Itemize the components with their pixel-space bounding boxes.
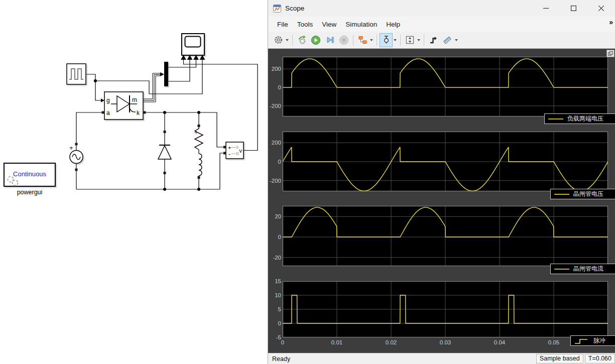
legend-subplot-3[interactable]: 晶闸管电流 <box>550 264 615 274</box>
port-label-gate: g <box>106 97 110 104</box>
menu-help[interactable]: Help <box>382 18 405 31</box>
measurements-dropdown-caret[interactable] <box>455 39 458 41</box>
scope-axes-3 <box>283 206 608 266</box>
highlight-dropdown-caret[interactable] <box>370 39 373 41</box>
y-tick-label: -200 <box>268 102 281 109</box>
demux-block[interactable] <box>164 62 168 86</box>
measurements-ruler-button[interactable] <box>441 33 454 47</box>
scope-screen-icon <box>185 37 201 47</box>
title-bar: Scope <box>268 0 615 17</box>
legend-subplot-2[interactable]: 晶闸管电压 <box>550 189 615 199</box>
scope-block[interactable] <box>181 34 205 60</box>
vm-minus-label: - <box>228 151 230 158</box>
resistor-icon <box>195 127 203 150</box>
inductor-icon <box>199 154 202 176</box>
scope-axes-2 <box>283 132 608 191</box>
menu-simulation[interactable]: Simulation <box>341 18 382 31</box>
y-tick-label: -200 <box>268 177 281 184</box>
settings-dropdown-caret[interactable] <box>286 39 289 41</box>
powergui-block[interactable]: Continuous powergui <box>4 163 55 196</box>
status-sample-mode: Sample based <box>536 354 583 363</box>
span-axes-button[interactable] <box>403 33 416 47</box>
source-plus-label: + <box>69 144 73 152</box>
application-root: g a m k + <box>0 0 615 364</box>
x-tick-label: 0.01 <box>326 339 348 345</box>
run-button[interactable] <box>309 33 322 47</box>
settings-gear-button[interactable] <box>272 33 285 47</box>
scope-app-icon <box>273 5 281 13</box>
menu-bar: FileToolsViewSimulationHelp <box>268 17 615 32</box>
run-with-stepping-icon-button[interactable] <box>295 33 308 47</box>
vm-signal-label: v <box>239 148 242 154</box>
x-tick-label: 0.03 <box>434 339 456 345</box>
trigger-button[interactable] <box>427 33 440 47</box>
legend-label: 脉冲 <box>593 336 605 345</box>
menu-view[interactable]: View <box>317 18 341 31</box>
status-text: Ready <box>272 355 535 362</box>
status-bar: Ready Sample based T=0.060 <box>268 353 615 364</box>
y-tick-label: 0 <box>268 158 281 165</box>
legend-line-icon <box>553 190 570 199</box>
menu-file[interactable]: File <box>273 18 293 31</box>
scope-axes-4 <box>283 281 608 337</box>
y-tick-label: 5 <box>268 306 281 313</box>
legend-line-icon <box>547 114 564 124</box>
vm-plus-label: + <box>228 145 231 151</box>
y-tick-label: 20 <box>268 213 281 220</box>
maximize-axes-button[interactable] <box>606 50 614 57</box>
close-button[interactable] <box>587 0 615 17</box>
toolbar-separator <box>292 35 293 46</box>
stop-button[interactable] <box>337 33 350 47</box>
highlight-simulink-block-button[interactable] <box>356 33 369 47</box>
window-title: Scope <box>285 5 304 12</box>
status-sim-time: T=0.060 <box>585 354 615 363</box>
toolbar-separator <box>377 35 377 46</box>
powergui-name-label: powergui <box>17 189 43 196</box>
y-tick-label: 10 <box>268 292 281 299</box>
maximize-button[interactable] <box>560 0 587 17</box>
toolbar <box>268 32 615 49</box>
y-tick-label: 200 <box>268 65 281 72</box>
toolbar-separator <box>353 35 353 46</box>
port-label-cathode: k <box>137 109 140 116</box>
window-controls <box>532 0 615 17</box>
step-forward-button[interactable] <box>323 33 336 47</box>
legend-subplot-4[interactable]: 脉冲 <box>570 335 615 346</box>
cursor-measurements-button[interactable] <box>380 33 393 47</box>
plot-region: -2000200负载两端电压-2000200晶闸管电压-20020晶闸管电流-5… <box>268 49 615 353</box>
y-tick-label: -20 <box>268 254 281 261</box>
legend-step-icon <box>573 336 590 345</box>
x-tick-label: 0.02 <box>380 339 402 345</box>
powergui-mode-label: Continuous <box>13 170 46 178</box>
x-tick-label: 0 <box>272 339 294 345</box>
span-axes-dropdown-caret[interactable] <box>417 39 420 41</box>
toolbar-separator <box>424 35 424 46</box>
y-tick-label: 0 <box>268 320 281 327</box>
y-tick-label: 0 <box>268 84 281 91</box>
legend-label: 晶闸管电流 <box>573 265 603 273</box>
port-label-measurement: m <box>132 96 137 103</box>
pulse-generator-block[interactable] <box>67 64 86 84</box>
voltage-measurement-block[interactable]: + - v <box>223 142 243 159</box>
minimize-button[interactable] <box>532 0 560 17</box>
cursor-measurements-dropdown-caret[interactable] <box>394 39 397 41</box>
legend-line-icon <box>553 265 570 274</box>
port-label-anode: a <box>106 109 110 116</box>
x-tick-label: 0.05 <box>543 339 565 345</box>
menu-tools[interactable]: Tools <box>293 18 318 31</box>
y-tick-label: 15 <box>268 278 281 285</box>
toolbar-separator <box>400 35 401 46</box>
scope-axes-1 <box>283 57 608 116</box>
y-tick-label: 200 <box>268 139 281 146</box>
legend-label: 负载两端电压 <box>567 114 603 123</box>
menu-overflow-chevron[interactable]: » <box>609 18 613 26</box>
legend-label: 晶闸管电压 <box>573 190 603 198</box>
legend-subplot-1[interactable]: 负载两端电压 <box>544 113 615 124</box>
thyristor-block[interactable]: g a m k <box>102 92 146 119</box>
scope-window: Scope FileToolsViewSimulationHelp » <box>268 0 615 364</box>
simulink-model-canvas: g a m k + <box>0 0 268 364</box>
x-tick-label: 0.04 <box>488 339 511 345</box>
y-tick-label: 0 <box>268 233 281 240</box>
